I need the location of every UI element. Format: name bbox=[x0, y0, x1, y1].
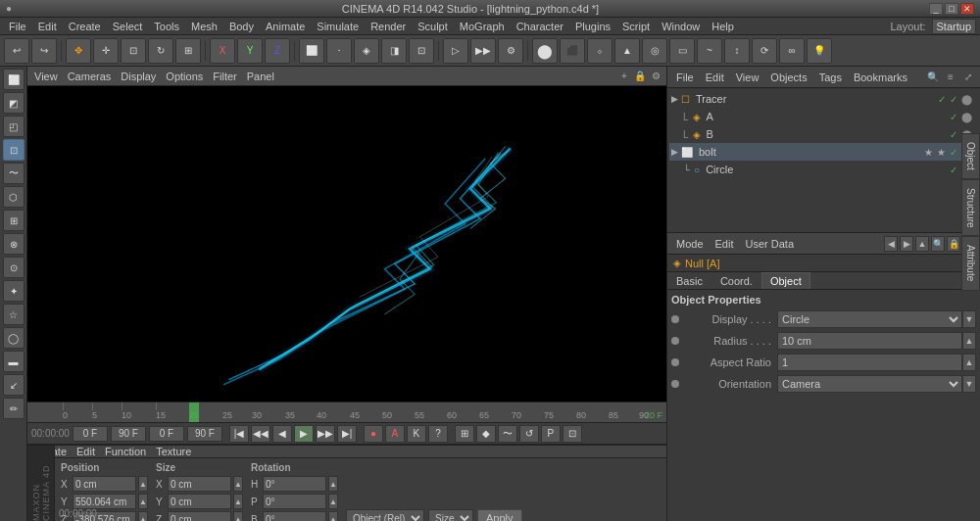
vp-icon-settings[interactable]: ⚙ bbox=[649, 70, 662, 83]
cylinder-tool[interactable]: ⬦ bbox=[587, 38, 612, 64]
render-btn[interactable]: ▷ bbox=[443, 38, 468, 64]
rotate-tool[interactable]: ↻ bbox=[148, 38, 173, 64]
extrude-tool[interactable]: ↕ bbox=[724, 38, 750, 64]
om-edit[interactable]: Edit bbox=[701, 71, 729, 84]
bottom-menu-edit[interactable]: Edit bbox=[74, 446, 98, 457]
expand-icon[interactable]: ⤢ bbox=[960, 70, 976, 85]
am-mode[interactable]: Mode bbox=[671, 237, 709, 251]
sphere-tool[interactable]: ⬤ bbox=[532, 38, 558, 64]
active-tool[interactable]: ⊡ bbox=[3, 139, 24, 161]
transform-tool[interactable]: ⊞ bbox=[175, 38, 201, 64]
am-up[interactable]: ▲ bbox=[915, 236, 929, 252]
key2-btn[interactable]: ? bbox=[428, 425, 448, 443]
om-row-bolt[interactable]: ▶ ⬜ bolt ★ ★ ✓ ⬤ bbox=[669, 143, 978, 161]
model-tool[interactable]: ⬜ bbox=[3, 69, 24, 90]
light2-tool[interactable]: ✦ bbox=[3, 280, 24, 302]
play-btn[interactable]: ▶ bbox=[294, 425, 314, 443]
pos-y-up[interactable]: ▲ bbox=[138, 494, 148, 509]
record-btn[interactable]: ● bbox=[364, 425, 383, 443]
size-z-field[interactable] bbox=[168, 511, 231, 521]
paint2-tool[interactable]: ✏ bbox=[3, 398, 24, 419]
edges-mode[interactable]: ◈ bbox=[354, 38, 379, 64]
minimize-button[interactable]: _ bbox=[929, 3, 943, 15]
spline-tool[interactable]: 〜 bbox=[3, 163, 24, 184]
more-tool[interactable]: ∞ bbox=[779, 38, 805, 64]
size-x-up[interactable]: ▲ bbox=[233, 476, 243, 492]
poly-tool[interactable]: ⬡ bbox=[3, 186, 24, 208]
menu-file[interactable]: File bbox=[4, 20, 31, 33]
om-row-a[interactable]: L ◈ A ✓ ⬤ bbox=[669, 108, 978, 125]
vp-menu-options[interactable]: Options bbox=[163, 71, 206, 82]
rot-p-field[interactable] bbox=[263, 494, 326, 509]
am-back[interactable]: ◀ bbox=[884, 236, 898, 252]
viewport[interactable] bbox=[27, 86, 666, 402]
jump-end-btn[interactable]: ▶| bbox=[337, 425, 357, 443]
menu-character[interactable]: Character bbox=[512, 20, 568, 33]
am-radius-field[interactable] bbox=[777, 332, 962, 350]
rot-p-up[interactable]: ▲ bbox=[328, 494, 338, 509]
om-tags[interactable]: Tags bbox=[814, 71, 847, 84]
vp-menu-cameras[interactable]: Cameras bbox=[65, 71, 115, 82]
menu-animate[interactable]: Animate bbox=[261, 20, 310, 33]
keyframe-btn[interactable]: ◆ bbox=[476, 425, 496, 443]
menu-mesh[interactable]: Mesh bbox=[186, 20, 222, 33]
side-tab-object[interactable]: Object bbox=[961, 133, 980, 179]
render-settings[interactable]: ⚙ bbox=[498, 38, 523, 64]
deform-tool[interactable]: ⊗ bbox=[3, 233, 24, 255]
tab-object[interactable]: Object bbox=[761, 272, 810, 289]
om-row-circle[interactable]: └ ○ Circle ✓ ⬤ bbox=[669, 161, 978, 178]
side-tab-attribute[interactable]: Attribute bbox=[961, 236, 980, 290]
menu-render[interactable]: Render bbox=[366, 20, 411, 33]
size-x-field[interactable] bbox=[168, 476, 231, 492]
jump-start-btn[interactable]: |◀ bbox=[229, 425, 249, 443]
prev-btn[interactable]: ◀ bbox=[272, 425, 292, 443]
disk-tool[interactable]: ◎ bbox=[642, 38, 667, 64]
uv-mode[interactable]: ⊡ bbox=[409, 38, 434, 64]
next-btn[interactable]: ▶▶ bbox=[316, 425, 335, 443]
menu-simulate[interactable]: Simulate bbox=[312, 20, 364, 33]
effect-tool[interactable]: ☆ bbox=[3, 304, 24, 325]
light-tool[interactable]: 💡 bbox=[807, 38, 832, 64]
tab-basic[interactable]: Basic bbox=[667, 272, 711, 289]
menu-sculpt[interactable]: Sculpt bbox=[413, 20, 453, 33]
om-row-b[interactable]: L ◈ B ✓ ⬤ bbox=[669, 125, 978, 143]
am-radius-arrow[interactable]: ▲ bbox=[962, 332, 976, 350]
x-axis[interactable]: X bbox=[210, 38, 235, 64]
z-axis[interactable]: Z bbox=[265, 38, 290, 64]
rot-h-field[interactable] bbox=[263, 476, 326, 492]
close-button[interactable]: ✕ bbox=[960, 3, 974, 15]
render-all[interactable]: ▶▶ bbox=[470, 38, 496, 64]
select-tool[interactable]: ✥ bbox=[66, 38, 91, 64]
am-search[interactable]: 🔍 bbox=[931, 236, 945, 252]
timeline-playhead[interactable] bbox=[189, 403, 199, 423]
size-y-up[interactable]: ▲ bbox=[233, 494, 243, 509]
am-orient-select[interactable]: Camera bbox=[777, 375, 962, 393]
vp-menu-display[interactable]: Display bbox=[118, 71, 159, 82]
fps-btn[interactable]: P bbox=[541, 425, 561, 443]
search-icon[interactable]: 🔍 bbox=[925, 70, 941, 85]
paint-tool[interactable]: ◰ bbox=[3, 116, 24, 137]
vp-icon-lock[interactable]: 🔒 bbox=[633, 70, 647, 83]
am-display-arrow[interactable]: ▼ bbox=[962, 310, 976, 328]
menu-window[interactable]: Window bbox=[657, 20, 705, 33]
am-aspect-field[interactable] bbox=[777, 354, 962, 371]
menu-plugins[interactable]: Plugins bbox=[570, 20, 615, 33]
maximize-button[interactable]: □ bbox=[945, 3, 958, 15]
timeline-toggle[interactable]: ⊞ bbox=[455, 425, 474, 443]
render-tm[interactable]: ⊡ bbox=[563, 425, 582, 443]
am-edit[interactable]: Edit bbox=[710, 237, 739, 251]
sweep-tool[interactable]: ~ bbox=[697, 38, 722, 64]
menu-select[interactable]: Select bbox=[108, 20, 148, 33]
size-z-up[interactable]: ▲ bbox=[233, 511, 243, 521]
cone-tool[interactable]: ▲ bbox=[614, 38, 640, 64]
loop-btn[interactable]: ↺ bbox=[519, 425, 539, 443]
tab-coord[interactable]: Coord. bbox=[711, 272, 761, 289]
auto-key[interactable]: A bbox=[385, 425, 405, 443]
plane-tool[interactable]: ▭ bbox=[669, 38, 695, 64]
bottom-menu-function[interactable]: Function bbox=[102, 446, 149, 457]
preview-start[interactable]: 0 F bbox=[149, 426, 184, 442]
prev-frame-btn[interactable]: ◀◀ bbox=[251, 425, 270, 443]
om-bookmarks[interactable]: Bookmarks bbox=[849, 71, 912, 84]
scale-tool[interactable]: ⊡ bbox=[121, 38, 146, 64]
am-lock[interactable]: 🔒 bbox=[947, 236, 960, 252]
